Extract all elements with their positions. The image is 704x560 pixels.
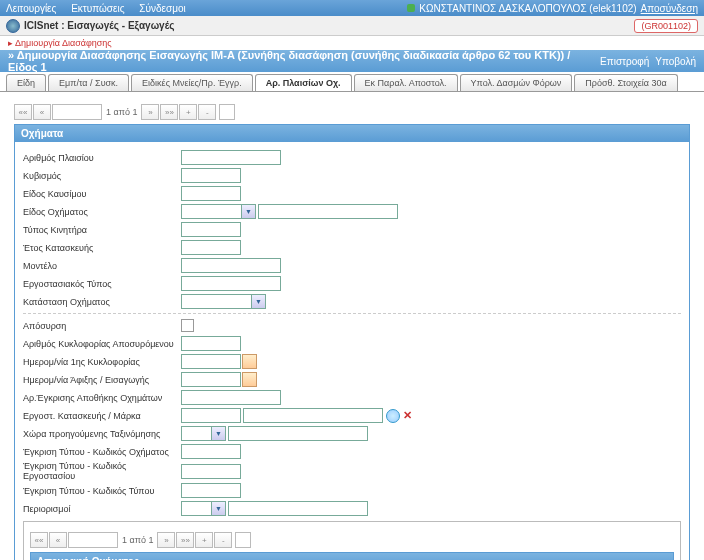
inp-wh[interactable] xyxy=(181,390,281,405)
globe-icon xyxy=(6,19,20,33)
menu-links[interactable]: Σύνδεσμοι xyxy=(139,3,185,14)
office-badge: (GR001102) xyxy=(634,19,698,33)
lbl-engine: Τύπος Κινητήρα xyxy=(23,225,181,235)
registration-panel: Απογραφή Οχήματος Στοιχείο Απογραφικού ▼ xyxy=(30,552,674,560)
pager-del[interactable]: - xyxy=(198,104,216,120)
inp-year[interactable] xyxy=(181,240,241,255)
menu-functions[interactable]: Λειτουργίες xyxy=(6,3,56,14)
inp-scrapnum[interactable] xyxy=(181,336,241,351)
chk-scrap[interactable] xyxy=(181,319,194,332)
pager-text: 1 από 1 xyxy=(103,107,140,117)
lbl-cc: Κυβισμός xyxy=(23,171,181,181)
registration-panel-title: Απογραφή Οχήματος xyxy=(31,553,673,560)
pager-top: «« « 1 από 1 » »» + - xyxy=(14,104,690,120)
inp-restr-desc[interactable] xyxy=(228,501,368,516)
inp-chassis[interactable] xyxy=(181,150,281,165)
lbl-fuel: Είδος Καυσίμου xyxy=(23,189,181,199)
lbl-date2: Ημερομ/νία Άφιξης / Εισαγωγής xyxy=(23,375,181,385)
inp-country[interactable] xyxy=(181,426,211,441)
inp-make[interactable] xyxy=(181,408,241,423)
pager2-last[interactable]: »» xyxy=(176,532,194,548)
tab-4[interactable]: Εκ Παραλ. Αποστολ. xyxy=(354,74,458,91)
submit-button[interactable]: Υποβολή xyxy=(655,56,696,67)
inp-date1[interactable] xyxy=(181,354,241,369)
pager2-del[interactable]: - xyxy=(214,532,232,548)
page-title: » Δημιουργία Διασάφησης Εισαγωγής IM-A (… xyxy=(8,49,600,73)
dd-restr[interactable]: ▼ xyxy=(211,501,226,516)
pager-first[interactable]: «« xyxy=(14,104,32,120)
lbl-wh: Αρ.Έγκρισης Αποθήκης Οχημάτων xyxy=(23,393,181,403)
pager2-input[interactable] xyxy=(68,532,118,548)
search-make-icon[interactable] xyxy=(386,409,400,423)
vehicles-panel: Οχήματα Αριθμός Πλαισίου Κυβισμός Είδος … xyxy=(14,124,690,560)
pager2-text: 1 από 1 xyxy=(119,535,156,545)
pager-prev[interactable]: « xyxy=(33,104,51,120)
lbl-model: Μοντέλο xyxy=(23,261,181,271)
pager-extra[interactable] xyxy=(219,104,235,120)
pager-last[interactable]: »» xyxy=(160,104,178,120)
tab-0[interactable]: Είδη xyxy=(6,74,46,91)
tab-2[interactable]: Ειδικές Μνείες/Πρ. Έγγρ. xyxy=(131,74,253,91)
inner-subpanel: «« « 1 από 1 » »» + - Απογραφή Οχήματος … xyxy=(23,521,681,560)
pager2-next[interactable]: » xyxy=(157,532,175,548)
app-title: ICISnet : Εισαγωγές - Εξαγωγές xyxy=(24,20,174,31)
dd-vtype[interactable]: ▼ xyxy=(241,204,256,219)
user-label: ΚΩΝΣΤΑΝΤΙΝΟΣ ΔΑΣΚΑΛΟΠΟΥΛΟΣ (elek1102) xyxy=(419,3,636,14)
lbl-ftype: Εργοστασιακός Τύπος xyxy=(23,279,181,289)
lbl-year: Έτος Κατασκευής xyxy=(23,243,181,253)
dd-cond[interactable]: ▼ xyxy=(251,294,266,309)
tab-3[interactable]: Αρ. Πλαισίων Οχ. xyxy=(255,74,352,91)
tab-5[interactable]: Υπολ. Δασμών Φόρων xyxy=(460,74,573,91)
lbl-chassis: Αριθμός Πλαισίου xyxy=(23,153,181,163)
lbl-make: Εργοστ. Κατασκευής / Μάρκα xyxy=(23,411,181,421)
inp-appr-t[interactable] xyxy=(181,483,241,498)
lbl-vtype: Είδος Οχήματος xyxy=(23,207,181,217)
lbl-appr-v: Έγκριση Τύπου - Κωδικός Οχήματος xyxy=(23,447,181,457)
pager-next[interactable]: » xyxy=(141,104,159,120)
inp-cond[interactable] xyxy=(181,294,251,309)
inp-appr-f[interactable] xyxy=(181,464,241,479)
cal-date2[interactable] xyxy=(242,372,257,387)
inp-appr-v[interactable] xyxy=(181,444,241,459)
lbl-scrap: Απόσυρση xyxy=(23,321,181,331)
lbl-scrapnum: Αριθμός Κυκλοφορίας Αποσυρόμενου xyxy=(23,339,181,349)
lbl-appr-t: Έγκριση Τύπου - Κωδικός Τύπου xyxy=(23,486,181,496)
lbl-country: Χώρα προηγούμενης Ταξινόμησης xyxy=(23,429,181,439)
pager2-add[interactable]: + xyxy=(195,532,213,548)
inp-cc[interactable] xyxy=(181,168,241,183)
inp-restr[interactable] xyxy=(181,501,211,516)
lbl-date1: Ημερομ/νία 1ης Κυκλοφορίας xyxy=(23,357,181,367)
pager-inner: «« « 1 από 1 » »» + - xyxy=(30,532,674,548)
inp-country-desc[interactable] xyxy=(228,426,368,441)
inp-fuel[interactable] xyxy=(181,186,241,201)
menu-prints[interactable]: Εκτυπώσεις xyxy=(71,3,124,14)
status-dot xyxy=(407,4,415,12)
pager2-prev[interactable]: « xyxy=(49,532,67,548)
breadcrumb: Δημιουργία Διασάφησης xyxy=(0,36,704,50)
inp-ftype[interactable] xyxy=(181,276,281,291)
clear-make-icon[interactable]: ✕ xyxy=(403,409,412,422)
tab-1[interactable]: Εμπ/τα / Συσκ. xyxy=(48,74,129,91)
lbl-appr-f: Έγκριση Τύπου - Κωδικός Εργοστασίου xyxy=(23,461,181,481)
logout-link[interactable]: Αποσύνδεση xyxy=(641,3,698,14)
inp-make-desc[interactable] xyxy=(243,408,383,423)
lbl-restr: Περιορισμοί xyxy=(23,504,181,514)
tab-6[interactable]: Πρόσθ. Στοιχεία 30α xyxy=(574,74,677,91)
pager2-first[interactable]: «« xyxy=(30,532,48,548)
back-button[interactable]: Επιστροφή xyxy=(600,56,649,67)
tabs: Είδη Εμπ/τα / Συσκ. Ειδικές Μνείες/Πρ. Έ… xyxy=(0,72,704,92)
inp-vtype[interactable] xyxy=(181,204,241,219)
inp-vtype-desc[interactable] xyxy=(258,204,398,219)
dd-country[interactable]: ▼ xyxy=(211,426,226,441)
cal-date1[interactable] xyxy=(242,354,257,369)
pager-add[interactable]: + xyxy=(179,104,197,120)
pager2-extra[interactable] xyxy=(235,532,251,548)
inp-engine[interactable] xyxy=(181,222,241,237)
vehicles-panel-title: Οχήματα xyxy=(15,125,689,142)
lbl-cond: Κατάσταση Οχήματος xyxy=(23,297,181,307)
inp-date2[interactable] xyxy=(181,372,241,387)
inp-model[interactable] xyxy=(181,258,281,273)
pager-input[interactable] xyxy=(52,104,102,120)
